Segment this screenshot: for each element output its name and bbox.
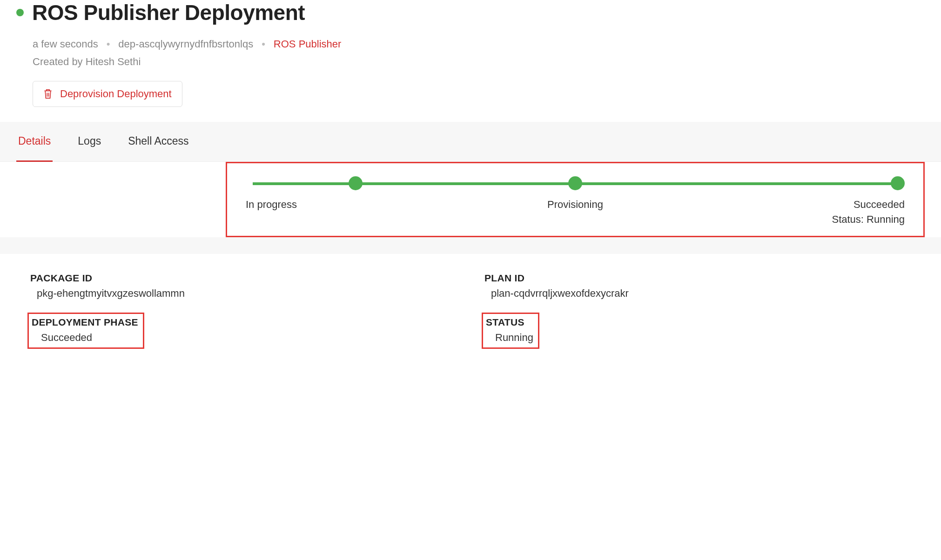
progress-label-2: Provisioning bbox=[465, 199, 685, 211]
package-id-label: PACKAGE ID bbox=[30, 273, 457, 284]
tab-details[interactable]: Details bbox=[16, 122, 53, 162]
deployment-phase-label: DEPLOYMENT PHASE bbox=[32, 317, 138, 328]
status-value: Running bbox=[486, 332, 533, 344]
plan-id-value: plan-cqdvrrqljxwexofdexycrakr bbox=[484, 287, 911, 300]
detail-status: STATUS Running bbox=[482, 313, 539, 349]
section-divider bbox=[0, 237, 941, 254]
deprovision-button[interactable]: Deprovision Deployment bbox=[33, 81, 182, 107]
progress-node-icon bbox=[891, 176, 905, 190]
meta-package-link[interactable]: ROS Publisher bbox=[274, 38, 342, 50]
page-title: ROS Publisher Deployment bbox=[32, 0, 305, 25]
meta-row: a few seconds • dep-ascqlywyrnydfnfbsrto… bbox=[33, 38, 925, 50]
meta-age: a few seconds bbox=[33, 38, 98, 50]
progress-status-line: Status: Running bbox=[246, 213, 905, 226]
status-dot-icon bbox=[16, 9, 24, 16]
detail-package-id: PACKAGE ID pkg-ehengtmyitvxgzeswollammn bbox=[30, 273, 457, 300]
created-by-label: Created by Hitesh Sethi bbox=[33, 56, 925, 68]
tab-shell-access[interactable]: Shell Access bbox=[126, 122, 190, 162]
progress-step-2 bbox=[465, 176, 685, 190]
tabs-bar: Details Logs Shell Access bbox=[0, 122, 941, 162]
deprovision-label: Deprovision Deployment bbox=[60, 88, 172, 100]
progress-node-icon bbox=[568, 176, 582, 190]
detail-plan-id: PLAN ID plan-cqdvrrqljxwexofdexycrakr bbox=[484, 273, 911, 300]
progress-label-3: Succeeded bbox=[685, 199, 905, 211]
meta-deployment-id: dep-ascqlywyrnydfnfbsrtonlqs bbox=[118, 38, 253, 50]
progress-step-1 bbox=[246, 176, 465, 190]
detail-deployment-phase: DEPLOYMENT PHASE Succeeded bbox=[27, 313, 144, 349]
trash-icon bbox=[43, 88, 53, 100]
status-label: STATUS bbox=[486, 317, 533, 328]
plan-id-label: PLAN ID bbox=[484, 273, 911, 284]
progress-indicator: In progress Provisioning Succeeded Statu… bbox=[226, 162, 925, 237]
package-id-value: pkg-ehengtmyitvxgzeswollammn bbox=[30, 287, 457, 300]
separator-dot-icon: • bbox=[107, 38, 110, 50]
progress-label-1: In progress bbox=[246, 199, 465, 211]
separator-dot-icon: • bbox=[262, 38, 265, 50]
deployment-phase-value: Succeeded bbox=[32, 332, 138, 344]
progress-step-3 bbox=[685, 176, 905, 190]
tab-logs[interactable]: Logs bbox=[76, 122, 103, 162]
progress-node-icon bbox=[349, 176, 363, 190]
